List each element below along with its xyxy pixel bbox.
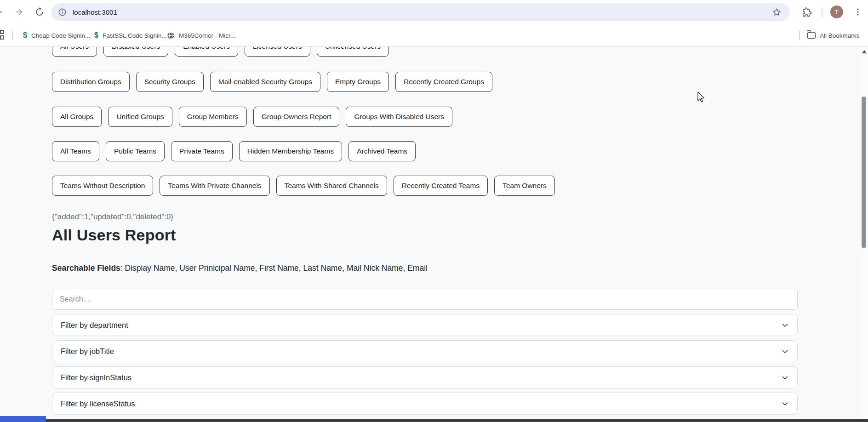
globe-icon xyxy=(167,32,175,40)
teams-with-private-channels-button[interactable]: Teams With Private Channels xyxy=(160,176,269,196)
mouse-cursor xyxy=(694,90,706,104)
bookmark-cheap-code-signing[interactable]: $ Cheap Code Signin... xyxy=(23,24,90,47)
recently-created-teams-button[interactable]: Recently Created Teams xyxy=(394,176,488,196)
url-text[interactable]: localhost:3001 xyxy=(73,8,117,16)
recently-created-groups-button[interactable]: Recently Created Groups xyxy=(395,72,492,92)
filter-signinstatus[interactable]: Filter by signInStatus xyxy=(52,366,798,388)
page-content: All Users Disabled Users Enabled Users L… xyxy=(0,47,868,422)
folder-icon xyxy=(807,32,816,39)
cropped-favicon-icon[interactable] xyxy=(0,30,5,41)
all-teams-button[interactable]: All Teams xyxy=(52,141,99,161)
browser-toolbar: localhost:3001 T xyxy=(0,0,868,24)
searchable-fields-label: Searchable Fields xyxy=(52,263,120,273)
menu-dots-icon[interactable] xyxy=(853,6,862,18)
page-scrollbar[interactable] xyxy=(860,47,868,422)
site-info-icon[interactable] xyxy=(58,8,67,17)
profile-avatar[interactable]: T xyxy=(830,6,843,18)
all-bookmarks-button[interactable]: All Bookmarks xyxy=(807,24,859,47)
bookmarks-separator xyxy=(12,31,13,40)
dollar-icon: $ xyxy=(94,31,98,40)
team-reports-row-1: All Teams Public Teams Private Teams Hid… xyxy=(52,141,806,161)
search-input[interactable] xyxy=(52,289,798,310)
chevron-down-icon xyxy=(781,321,789,329)
scrollbar-thumb[interactable] xyxy=(862,97,866,248)
team-owners-button[interactable]: Team Owners xyxy=(494,176,555,196)
all-groups-button[interactable]: All Groups xyxy=(52,107,102,127)
bookmarks-separator xyxy=(799,31,800,40)
groups-with-disabled-users-button[interactable]: Groups With Disabled Users xyxy=(346,107,452,127)
bookmark-m365corner[interactable]: M365Corner - Micr... xyxy=(167,24,235,47)
scroll-up-icon[interactable] xyxy=(862,50,867,53)
avatar-letter: T xyxy=(835,9,839,16)
filter-department[interactable]: Filter by department xyxy=(52,314,798,336)
taskbar-edge-accent xyxy=(0,416,46,422)
team-reports-row-2: Teams Without Description Teams With Pri… xyxy=(52,176,806,196)
chevron-down-icon xyxy=(781,400,789,408)
address-bar[interactable]: localhost:3001 xyxy=(51,3,790,21)
filter-label: Filter by signInStatus xyxy=(61,373,131,382)
group-owners-report-button[interactable]: Group Owners Report xyxy=(253,107,340,127)
archived-teams-button[interactable]: Archived Teams xyxy=(348,141,416,161)
filter-jobtitle[interactable]: Filter by jobTitle xyxy=(52,340,798,362)
page-title: All Users Report xyxy=(52,226,868,244)
extensions-icon[interactable] xyxy=(802,7,812,17)
dollar-icon: $ xyxy=(23,31,27,40)
chevron-down-icon xyxy=(781,348,789,355)
empty-groups-button[interactable]: Empty Groups xyxy=(327,72,389,92)
hidden-membership-teams-button[interactable]: Hidden Membership Teams xyxy=(239,141,342,161)
user-reports-row: All Users Disabled Users Enabled Users L… xyxy=(52,47,806,57)
filter-label: Filter by jobTitle xyxy=(61,347,114,356)
filter-label: Filter by licenseStatus xyxy=(61,399,135,408)
teams-with-shared-channels-button[interactable]: Teams With Shared Channels xyxy=(276,176,387,196)
forward-icon[interactable] xyxy=(13,6,24,17)
bookmark-label: FastSSL Code Signin... xyxy=(103,32,167,39)
reload-icon[interactable] xyxy=(34,6,45,17)
disabled-users-button[interactable]: Disabled Users xyxy=(103,47,168,57)
distribution-groups-button[interactable]: Distribution Groups xyxy=(52,72,130,92)
mail-enabled-security-groups-button[interactable]: Mail-enabled Security Groups xyxy=(210,72,320,92)
all-users-button[interactable]: All Users xyxy=(52,47,97,57)
private-teams-button[interactable]: Private Teams xyxy=(171,141,233,161)
back-icon[interactable] xyxy=(0,6,5,17)
unified-groups-button[interactable]: Unified Groups xyxy=(108,107,172,127)
bookmark-label: Cheap Code Signin... xyxy=(31,32,90,39)
security-groups-button[interactable]: Security Groups xyxy=(136,72,204,92)
bookmark-star-icon[interactable] xyxy=(772,7,782,17)
filter-label: Filter by department xyxy=(61,321,128,330)
bookmark-label: M365Corner - Micr... xyxy=(179,32,235,39)
bookmarks-bar: $ Cheap Code Signin... $ FastSSL Code Si… xyxy=(0,24,868,47)
public-teams-button[interactable]: Public Teams xyxy=(106,141,165,161)
licensed-users-button[interactable]: Licensed Users xyxy=(245,47,310,57)
chevron-down-icon xyxy=(781,374,789,382)
unlicensed-users-button[interactable]: Unlicensed Users xyxy=(317,47,389,57)
group-reports-row-1: Distribution Groups Security Groups Mail… xyxy=(52,72,806,92)
taskbar-edge xyxy=(46,419,868,422)
group-reports-row-2: All Groups Unified Groups Group Members … xyxy=(52,107,806,127)
teams-without-description-button[interactable]: Teams Without Description xyxy=(52,176,153,196)
toolbar-separator xyxy=(822,7,822,17)
enabled-users-button[interactable]: Enabled Users xyxy=(175,47,238,57)
sync-status-text: {"added":1,"updated":0,"deleted":0} xyxy=(52,212,868,222)
all-bookmarks-label: All Bookmarks xyxy=(820,32,859,39)
bookmark-fastssl-code-signing[interactable]: $ FastSSL Code Signin... xyxy=(94,24,167,47)
searchable-fields-value: : Display Name, User Prinicipal Name, Fi… xyxy=(120,263,428,273)
filter-licensestatus[interactable]: Filter by licenseStatus xyxy=(52,393,798,415)
searchable-fields-line: Searchable Fields: Display Name, User Pr… xyxy=(52,263,868,273)
group-members-button[interactable]: Group Members xyxy=(179,107,247,127)
